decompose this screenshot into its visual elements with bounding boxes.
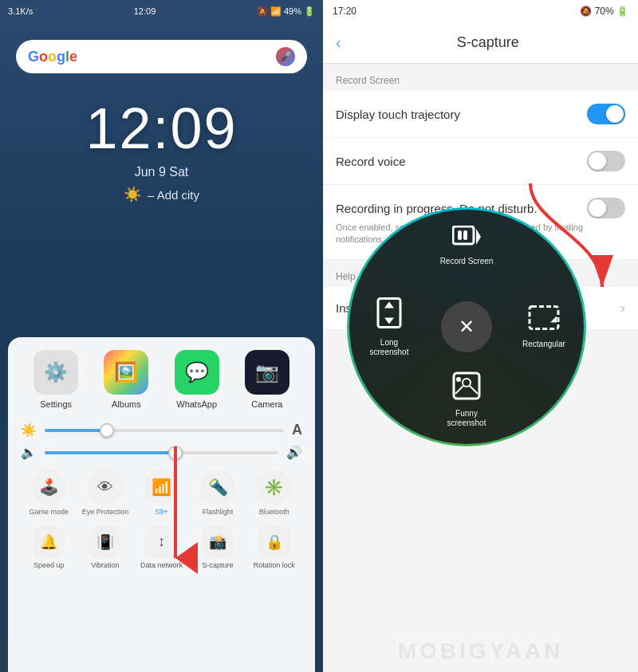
funny-screenshot-icon bbox=[452, 371, 481, 406]
radial-background: Record Screen Longscreenshot ✕ bbox=[347, 207, 586, 446]
clock-area: 12:09 Jun 9 Sat ☀️ – Add city bbox=[0, 96, 323, 203]
recording-disturb-knob bbox=[589, 199, 606, 217]
action-vibration[interactable]: 📳 Vibration bbox=[81, 526, 129, 570]
right-battery-icon: 🔋 bbox=[616, 6, 628, 17]
sun-icon: ☀️ bbox=[124, 186, 141, 203]
record-voice-knob bbox=[589, 152, 606, 170]
toggle-s9plus[interactable]: 📶 S9+ bbox=[137, 470, 185, 517]
chevron-right-icon: › bbox=[620, 300, 625, 316]
volume-slider-row: 🔈 🔊 bbox=[21, 445, 302, 460]
quick-toggles-row: 🕹️ Game mode 👁 Eye Protection 📶 S9+ 🔦 Fl… bbox=[21, 470, 302, 517]
action-speed-up[interactable]: 🔔 Speed up bbox=[25, 526, 73, 570]
whatsapp-app-label: WhatsApp bbox=[176, 399, 217, 409]
radial-menu[interactable]: Record Screen Longscreenshot ✕ bbox=[347, 207, 586, 446]
google-search-bar[interactable]: Google 🎤 bbox=[16, 40, 307, 73]
long-screenshot-icon bbox=[376, 297, 402, 335]
network-speed: 3.1K/s bbox=[8, 6, 33, 16]
clock-date: Jun 9 Sat bbox=[0, 165, 323, 179]
camera-app-label: Camera bbox=[251, 399, 282, 409]
settings-app-icon: ⚙️ bbox=[33, 350, 78, 395]
data-network-label: Data network bbox=[140, 561, 183, 570]
right-status-bar: 17:20 🔕 70% 🔋 bbox=[323, 0, 638, 22]
right-status-icons: 🔕 70% 🔋 bbox=[580, 6, 628, 17]
radial-close-button[interactable]: ✕ bbox=[441, 301, 492, 352]
bluetooth-label: Bluetooth bbox=[259, 508, 289, 517]
left-battery: 49% bbox=[284, 6, 301, 16]
volume-high-icon: 🔊 bbox=[286, 445, 302, 460]
camera-app-icon: 📷 bbox=[245, 350, 289, 395]
radial-funny-screenshot[interactable]: Funnyscreenshot bbox=[435, 371, 498, 428]
record-screen-icon bbox=[452, 226, 481, 253]
app-item-camera[interactable]: 📷 Camera bbox=[238, 350, 296, 409]
volume-thumb[interactable] bbox=[168, 446, 183, 460]
toggle-bluetooth[interactable]: ✳️ Bluetooth bbox=[250, 470, 298, 517]
s9plus-icon: 📶 bbox=[144, 470, 179, 505]
svg-rect-4 bbox=[463, 230, 467, 240]
svg-rect-3 bbox=[458, 230, 462, 240]
svg-point-15 bbox=[456, 377, 461, 382]
brightness-track[interactable] bbox=[45, 429, 284, 432]
brightness-fill bbox=[45, 429, 104, 432]
google-logo: Google bbox=[28, 49, 77, 65]
flashlight-label: Flashlight bbox=[203, 508, 234, 517]
right-battery-label: 70% bbox=[595, 6, 614, 17]
action-s-capture[interactable]: 📸 S-capture bbox=[194, 526, 242, 570]
watermark: MOBIGYAAN bbox=[398, 639, 564, 664]
game-mode-icon: 🕹️ bbox=[31, 470, 66, 505]
volume-fill bbox=[45, 451, 173, 454]
action-rotation-lock[interactable]: 🔒 Rotation lock bbox=[250, 526, 298, 570]
settings-app-label: Settings bbox=[40, 399, 72, 409]
albums-app-icon: 🖼️ bbox=[104, 350, 148, 395]
rectangular-icon bbox=[528, 305, 560, 336]
setting-display-touch: Display touch trajectory bbox=[323, 91, 638, 138]
toggle-game-mode[interactable]: 🕹️ Game mode bbox=[25, 470, 73, 517]
wifi-signal: 📶 bbox=[270, 6, 282, 16]
app-item-whatsapp[interactable]: 💬 WhatsApp bbox=[168, 350, 226, 409]
display-touch-toggle[interactable] bbox=[587, 104, 625, 124]
quick-actions-row: 🔔 Speed up 📳 Vibration ↕️ Data network 📸… bbox=[21, 526, 302, 570]
mute-icon: 🔕 bbox=[257, 6, 268, 16]
volume-track[interactable] bbox=[45, 451, 278, 454]
record-screen-label: Record Screen bbox=[440, 257, 494, 266]
speed-up-icon: 🔔 bbox=[33, 526, 65, 558]
mic-icon[interactable]: 🎤 bbox=[276, 47, 295, 66]
header-title: S-capture bbox=[351, 34, 625, 51]
data-network-icon: ↕️ bbox=[145, 526, 177, 558]
app-item-settings[interactable]: ⚙️ Settings bbox=[27, 350, 85, 409]
display-touch-label: Display touch trajectory bbox=[336, 108, 587, 121]
funny-screenshot-label: Funnyscreenshot bbox=[447, 409, 486, 428]
svg-marker-8 bbox=[384, 318, 394, 324]
record-screen-section: Record Screen bbox=[323, 64, 638, 91]
svg-marker-7 bbox=[384, 302, 394, 308]
clock-display: 12:09 bbox=[0, 96, 323, 161]
svg-marker-10 bbox=[550, 316, 557, 323]
app-item-albums[interactable]: 🖼️ Albums bbox=[97, 350, 155, 409]
flashlight-icon: 🔦 bbox=[200, 470, 235, 505]
speed-up-label: Speed up bbox=[33, 561, 65, 570]
app-icons-row: ⚙️ Settings 🖼️ Albums 💬 WhatsApp 📷 Camer… bbox=[21, 350, 302, 409]
rotation-lock-label: Rotation lock bbox=[254, 561, 295, 570]
brightness-slider-row: ☀️ A bbox=[21, 422, 302, 438]
bluetooth-icon: ✳️ bbox=[257, 470, 292, 505]
eye-protection-icon: 👁 bbox=[88, 470, 123, 505]
record-voice-toggle[interactable] bbox=[587, 151, 625, 171]
battery-icon-left: 🔋 bbox=[304, 6, 315, 16]
game-mode-label: Game mode bbox=[30, 508, 69, 517]
back-button[interactable]: ‹ bbox=[336, 33, 341, 52]
header: ‹ S-capture bbox=[323, 22, 638, 64]
brightness-thumb[interactable] bbox=[100, 423, 114, 438]
left-time: 12:09 bbox=[134, 6, 156, 16]
right-panel: 17:20 🔕 70% 🔋 ‹ S-capture Record Screen … bbox=[323, 0, 638, 672]
action-data-network[interactable]: ↕️ Data network bbox=[137, 526, 185, 570]
whatsapp-app-icon: 💬 bbox=[175, 350, 219, 395]
svg-rect-9 bbox=[530, 307, 558, 329]
s-capture-label: S-capture bbox=[203, 561, 234, 570]
s-capture-icon: 📸 bbox=[202, 526, 234, 558]
radial-long-screenshot[interactable]: Longscreenshot bbox=[357, 297, 421, 357]
toggle-eye-protection[interactable]: 👁 Eye Protection bbox=[81, 470, 129, 517]
toggle-flashlight[interactable]: 🔦 Flashlight bbox=[194, 470, 242, 517]
radial-record-screen[interactable]: Record Screen bbox=[435, 226, 498, 266]
radial-rectangular[interactable]: Rectangular bbox=[512, 305, 576, 349]
right-time: 17:20 bbox=[333, 6, 356, 17]
recording-disturb-toggle[interactable] bbox=[587, 198, 625, 218]
